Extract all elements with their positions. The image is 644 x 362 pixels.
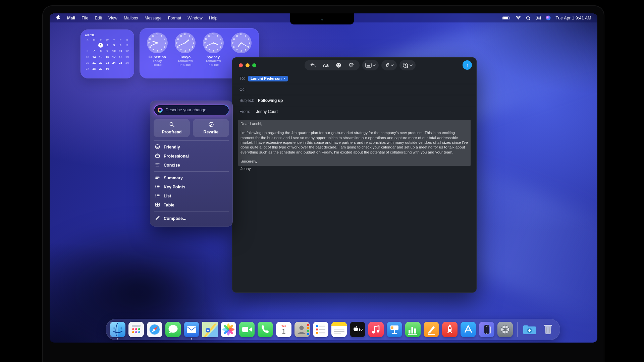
menu-item-key-points[interactable]: Key Points (150, 182, 233, 191)
calendar-day-23[interactable]: 23 (104, 60, 111, 65)
calendar-day-6[interactable]: 6 (84, 49, 91, 53)
dock-trash-icon[interactable] (540, 322, 556, 337)
describe-change-field[interactable] (154, 105, 229, 115)
apple-logo-icon[interactable] (56, 15, 61, 21)
dock-phone-icon[interactable] (258, 322, 273, 337)
dock-facetime-icon[interactable] (239, 322, 255, 337)
rewrite-button[interactable]: Rewrite (193, 119, 229, 137)
calendar-day-7[interactable]: 7 (91, 49, 98, 53)
menu-item-compose[interactable]: Compose... (150, 213, 233, 224)
calendar-day-28[interactable]: 28 (91, 66, 98, 71)
calendar-day-1[interactable]: 1 (97, 43, 104, 48)
menu-item-concise[interactable]: Concise (150, 161, 233, 170)
battery-icon[interactable] (502, 16, 511, 20)
calendar-day-27[interactable]: 27 (84, 66, 91, 71)
calendar-day-11[interactable]: 11 (117, 49, 124, 53)
calendar-day-3[interactable]: 3 (111, 43, 117, 48)
emoji-icon[interactable] (333, 61, 344, 70)
dock-appstore-icon[interactable] (461, 322, 476, 337)
calendar-day-14[interactable]: 14 (91, 55, 98, 59)
from-row[interactable]: From: Jenny Court (232, 106, 477, 117)
dock-iphone-mirroring-icon[interactable] (479, 322, 494, 337)
menu-item-window[interactable]: Window (187, 16, 202, 20)
calendar-day-20[interactable]: 20 (84, 60, 91, 65)
calendar-day-19[interactable]: 19 (124, 55, 130, 59)
menu-item-friendly[interactable]: Friendly (150, 142, 233, 152)
menu-item-message[interactable]: Message (145, 16, 162, 20)
world-clock-sydney[interactable]: 123456789101112 SydneyTomorrow+18HRS (200, 32, 226, 74)
cc-row[interactable]: Cc: (232, 84, 477, 95)
menu-item-mailbox[interactable]: Mailbox (124, 16, 138, 20)
calendar-day-5[interactable]: 5 (124, 43, 130, 48)
world-clock-tokyo[interactable]: 123456789101112 TokyoTomorrow+16HRS (172, 32, 198, 74)
send-button[interactable]: ↑ (463, 60, 472, 70)
to-row[interactable]: To: Lanchi Pederson (232, 73, 477, 84)
calendar-day-15[interactable]: 15 (97, 55, 104, 59)
calendar-day-21[interactable]: 21 (91, 60, 98, 65)
calendar-day-4[interactable]: 4 (117, 43, 124, 48)
dock-settings-icon[interactable] (497, 322, 513, 337)
calendar-day-12[interactable]: 12 (124, 49, 130, 53)
dock-notes-icon[interactable] (331, 322, 347, 337)
dock-downloads-icon[interactable] (522, 322, 537, 337)
calendar-day-2[interactable]: 2 (104, 43, 111, 48)
calendar-day-17[interactable]: 17 (111, 55, 117, 59)
menu-item-help[interactable]: Help (209, 16, 218, 20)
insert-menu-button[interactable] (399, 60, 416, 70)
proofread-button[interactable]: Proofread (154, 119, 190, 137)
dock-tv-icon[interactable]: tv (350, 322, 365, 337)
world-clock-cupertino[interactable]: 123456789101112 CupertinoToday+0HRS (144, 32, 170, 74)
menu-item-format[interactable]: Format (168, 16, 181, 20)
calendar-day-9[interactable]: 9 (104, 49, 111, 53)
undo-icon[interactable] (307, 61, 319, 70)
subject-row[interactable]: Subject: Following up (232, 95, 477, 106)
calendar-widget[interactable]: APRIL SMTWTFS123456789101112131415161718… (80, 29, 134, 78)
calendar-day-30[interactable]: 30 (104, 66, 111, 71)
close-button[interactable] (239, 63, 243, 67)
dock-pages-icon[interactable] (424, 322, 439, 337)
dock-safari-icon[interactable] (147, 322, 162, 337)
calendar-day-25[interactable]: 25 (117, 60, 124, 65)
dock-finder-icon[interactable] (110, 322, 125, 337)
calendar-day-10[interactable]: 10 (111, 49, 117, 53)
spotlight-icon[interactable] (526, 16, 531, 20)
dock-calendar-icon[interactable]: Tue1 (276, 322, 291, 337)
calendar-day-18[interactable]: 18 (117, 55, 124, 59)
text-format-icon[interactable]: Aa (320, 61, 331, 70)
attach-file-button[interactable] (381, 60, 397, 70)
message-body[interactable]: Dear Lanchi, I'm following up regarding … (238, 120, 471, 171)
dock-numbers-icon[interactable] (405, 322, 421, 337)
menu-item-mail[interactable]: Mail (67, 16, 75, 20)
menu-item-table[interactable]: Table (150, 200, 233, 209)
minimize-button[interactable] (246, 63, 250, 67)
writing-tools-icon[interactable] (345, 61, 357, 70)
calendar-day-29[interactable]: 29 (97, 66, 104, 71)
dock-reminders-icon[interactable] (313, 322, 328, 337)
zoom-button[interactable] (252, 63, 256, 67)
control-center-icon[interactable] (536, 16, 541, 20)
dock-mail-icon[interactable] (184, 322, 199, 337)
menu-item-professional[interactable]: Professional (150, 152, 233, 161)
menu-item-summary[interactable]: Summary (150, 173, 233, 182)
dock-music-icon[interactable] (368, 322, 384, 337)
menu-bar-clock[interactable]: Tue Apr 1 9:41 AM (556, 16, 591, 20)
dock-launchpad-icon[interactable] (128, 322, 144, 337)
calendar-day-13[interactable]: 13 (84, 55, 91, 59)
calendar-day-22[interactable]: 22 (97, 60, 104, 65)
media-browser-button[interactable] (362, 60, 379, 70)
to-recipient-token[interactable]: Lanchi Pederson (248, 76, 288, 81)
menu-item-edit[interactable]: Edit (95, 16, 102, 20)
wifi-icon[interactable] (516, 16, 521, 20)
menu-item-file[interactable]: File (82, 16, 88, 20)
menu-item-view[interactable]: View (108, 16, 117, 20)
dock-contacts-icon[interactable] (294, 322, 310, 337)
calendar-day-16[interactable]: 16 (104, 55, 111, 59)
dock-messages-icon[interactable] (165, 322, 181, 337)
dock-keynote-icon[interactable] (387, 322, 402, 337)
dock-photos-icon[interactable] (221, 322, 236, 337)
describe-change-input[interactable] (165, 107, 225, 113)
calendar-day-24[interactable]: 24 (111, 60, 117, 65)
dock-rocket-icon[interactable] (442, 322, 458, 337)
siri-icon[interactable] (546, 15, 551, 20)
calendar-day-26[interactable]: 26 (124, 60, 130, 65)
